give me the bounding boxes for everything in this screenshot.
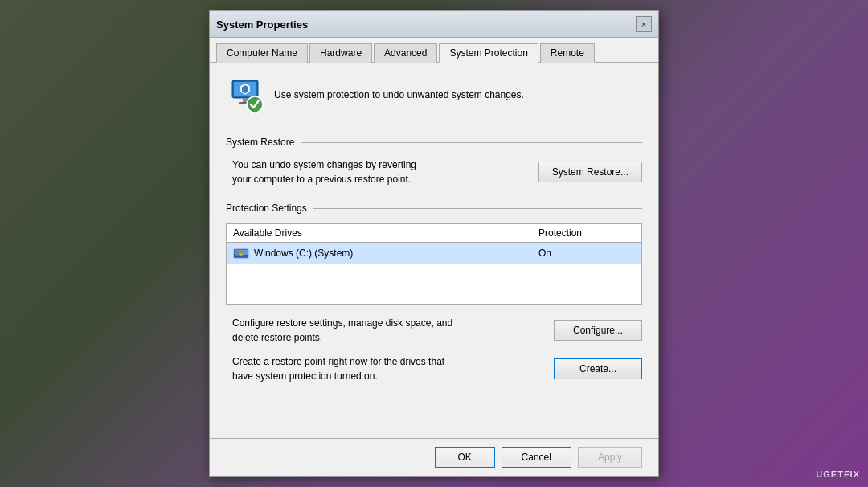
create-description: Create a restore point right now for the…	[232, 354, 544, 383]
content-area: Use system protection to undo unwanted s…	[210, 63, 658, 438]
apply-button[interactable]: Apply	[578, 447, 642, 468]
create-button[interactable]: Create...	[554, 358, 642, 379]
section-divider-2	[313, 208, 642, 209]
system-protection-icon	[226, 76, 264, 114]
col-available-drives: Available Drives	[233, 227, 538, 239]
intro-section: Use system protection to undo unwanted s…	[226, 76, 642, 124]
tab-hardware[interactable]: Hardware	[309, 43, 372, 63]
title-bar: System Properties ×	[210, 11, 658, 38]
tab-remote[interactable]: Remote	[540, 43, 595, 63]
configure-description: Configure restore settings, manage disk …	[232, 316, 544, 345]
dialog-title: System Properties	[216, 18, 308, 31]
configure-button[interactable]: Configure...	[554, 320, 642, 341]
protection-settings-label: Protection Settings	[226, 203, 307, 214]
footer-buttons: OK Cancel Apply	[210, 438, 658, 476]
tab-advanced[interactable]: Advanced	[374, 43, 437, 63]
drives-table: Available Drives Protection	[226, 223, 642, 305]
close-button[interactable]: ×	[636, 16, 652, 32]
section-divider	[301, 142, 642, 143]
create-row: Create a restore point right now for the…	[226, 354, 642, 383]
tabs-bar: Computer Name Hardware Advanced System P…	[210, 38, 658, 63]
protection-cell: On	[538, 248, 635, 259]
svg-rect-13	[235, 254, 239, 256]
cancel-button[interactable]: Cancel	[502, 447, 571, 468]
intro-text: Use system protection to undo unwanted s…	[274, 88, 524, 102]
system-restore-label: System Restore	[226, 137, 294, 148]
protection-settings-header: Protection Settings	[226, 203, 642, 214]
tab-system-protection[interactable]: System Protection	[439, 43, 538, 63]
system-restore-section: System Restore You can undo system chang…	[226, 137, 642, 186]
dialog-overlay: System Properties × Computer Name Hardwa…	[0, 0, 868, 487]
svg-rect-14	[240, 254, 243, 256]
restore-row: You can undo system changes by reverting…	[226, 158, 642, 186]
restore-description: You can undo system changes by reverting…	[232, 158, 529, 186]
svg-rect-12	[240, 251, 243, 253]
configure-row: Configure restore settings, manage disk …	[226, 316, 642, 345]
protection-settings-section: Protection Settings Available Drives Pro…	[226, 203, 642, 383]
drive-cell: Windows (C:) (System)	[233, 247, 538, 260]
svg-point-10	[244, 256, 245, 257]
system-restore-button[interactable]: System Restore...	[538, 162, 642, 182]
system-restore-header: System Restore	[226, 137, 642, 148]
drive-icon	[233, 247, 249, 260]
table-empty-area	[227, 264, 641, 304]
table-row[interactable]: Windows (C:) (System) On	[227, 243, 641, 264]
col-protection: Protection	[538, 227, 635, 239]
table-header: Available Drives Protection	[227, 224, 641, 243]
ok-button[interactable]: OK	[435, 447, 495, 468]
svg-rect-11	[235, 251, 239, 253]
tab-computer-name[interactable]: Computer Name	[216, 43, 308, 63]
system-properties-dialog: System Properties × Computer Name Hardwa…	[209, 10, 659, 477]
